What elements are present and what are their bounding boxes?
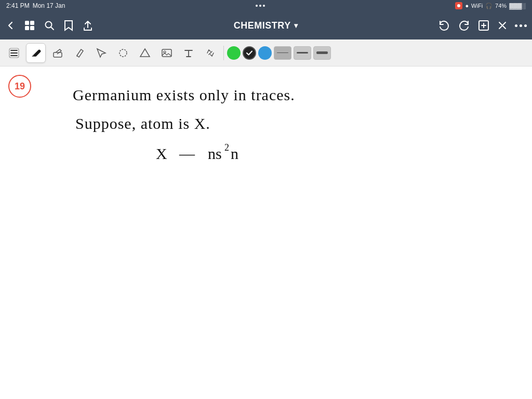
image-tool[interactable] — [157, 43, 177, 63]
line-medium[interactable] — [294, 46, 311, 60]
svg-text:n: n — [231, 145, 238, 162]
color-black[interactable] — [243, 46, 256, 60]
layers-tool[interactable] — [4, 43, 24, 63]
add-page-button[interactable] — [477, 19, 490, 32]
headphone-icon: 🎧 — [485, 3, 493, 9]
svg-text:Suppose,  atom  is  X.: Suppose, atom is X. — [75, 115, 210, 132]
status-center-dots — [256, 5, 265, 7]
text-tool[interactable] — [179, 43, 198, 63]
svg-point-8 — [119, 49, 127, 57]
svg-text:2: 2 — [224, 142, 229, 153]
svg-rect-0 — [25, 21, 29, 25]
more-options-button[interactable] — [515, 24, 527, 27]
line-thin[interactable] — [274, 46, 291, 60]
lasso-tool[interactable] — [113, 43, 133, 63]
nav-left — [5, 20, 94, 31]
svg-text:X: X — [156, 145, 167, 162]
nav-right — [438, 19, 527, 32]
svg-text:ns: ns — [208, 145, 222, 162]
dropdown-arrow[interactable]: ▾ — [294, 21, 298, 30]
pen-tool[interactable] — [26, 43, 46, 63]
svg-rect-2 — [25, 26, 29, 30]
battery-label: 74% — [495, 3, 507, 9]
handwritten-content: Germanium exists only in traces. Suppose… — [0, 66, 532, 399]
status-left: 2:41 PM Mon 17 Jan — [6, 2, 65, 9]
dot3 — [263, 5, 265, 7]
toolbar — [0, 39, 532, 66]
toolbar-separator — [223, 46, 224, 60]
svg-rect-3 — [30, 26, 34, 30]
undo-button[interactable] — [438, 19, 450, 32]
line-thick[interactable] — [313, 46, 331, 60]
eraser-tool[interactable] — [48, 43, 68, 63]
share-button[interactable] — [82, 20, 94, 31]
battery-icon: ▓▓▓░ — [509, 3, 526, 9]
nav-bar: CHEMISTRY ▾ — [0, 11, 532, 39]
selection-tool[interactable] — [91, 43, 111, 63]
page-number-badge: 19 — [8, 75, 31, 98]
svg-rect-1 — [30, 21, 34, 25]
notebook-title: CHEMISTRY — [234, 20, 291, 31]
bookmark-button[interactable] — [63, 20, 74, 31]
svg-text:—: — — [179, 145, 195, 162]
color-blue[interactable] — [258, 46, 272, 60]
pencil-tool[interactable] — [70, 43, 89, 63]
svg-rect-10 — [162, 49, 171, 57]
signal-icon: WiFi — [471, 3, 483, 9]
svg-marker-9 — [140, 49, 150, 57]
time-display: 2:41 PM — [6, 2, 30, 9]
nav-center: CHEMISTRY ▾ — [234, 20, 298, 31]
status-bar: 2:41 PM Mon 17 Jan ● WiFi 🎧 74% ▓▓▓░ — [0, 0, 532, 11]
dot1 — [256, 5, 258, 7]
canvas-area[interactable]: 19 Germanium exists only in traces. Supp… — [0, 66, 532, 399]
date-display: Mon 17 Jan — [33, 2, 65, 9]
search-button[interactable] — [44, 20, 55, 31]
dot2 — [259, 5, 261, 7]
status-right: ● WiFi 🎧 74% ▓▓▓░ — [455, 2, 526, 9]
grid-button[interactable] — [24, 20, 35, 31]
record-icon — [455, 2, 462, 9]
shape-tool[interactable] — [135, 43, 155, 63]
close-button[interactable] — [497, 20, 508, 31]
color-green[interactable] — [227, 46, 241, 60]
wifi-icon: ● — [465, 3, 469, 9]
back-button[interactable] — [5, 20, 16, 31]
link-tool[interactable] — [201, 43, 220, 63]
svg-text:Germanium exists only in trace: Germanium exists only in traces. — [73, 86, 295, 103]
redo-button[interactable] — [458, 19, 470, 32]
